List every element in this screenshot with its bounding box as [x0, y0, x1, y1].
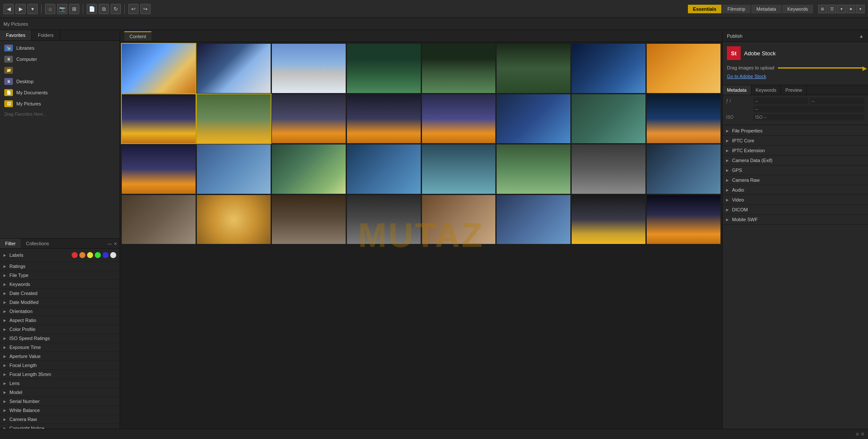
undo-btn[interactable]: ↩	[128, 4, 139, 14]
list-view-btn[interactable]: ☰	[828, 5, 836, 13]
filter-minimize-btn[interactable]: —	[108, 241, 112, 246]
photo-thumb-29[interactable]	[422, 195, 496, 244]
filter-group-date-created[interactable]: ▶ Date Created	[0, 289, 120, 298]
bottom-icon-1[interactable]: ⊕	[856, 432, 859, 436]
forward-btn[interactable]: ▶	[15, 4, 26, 14]
photo-thumb-20[interactable]	[347, 144, 421, 194]
fav-unnamed[interactable]: 📁	[0, 65, 120, 76]
filter-group-exposure-time[interactable]: ▶ Exposure Time	[0, 343, 120, 352]
doc-btn[interactable]: 📄	[87, 4, 97, 14]
photo-thumb-22[interactable]	[497, 144, 570, 194]
filter-group-labels[interactable]: ▶ Labels	[0, 249, 120, 262]
filter-group-iso-speed-ratings[interactable]: ▶ ISO Speed Ratings	[0, 334, 120, 343]
detail-view-btn[interactable]: ▾	[837, 5, 846, 13]
filter-group-orientation[interactable]: ▶ Orientation	[0, 307, 120, 316]
fav-my-pictures[interactable]: 🖼 My Pictures	[0, 98, 120, 109]
filter-group-white-balance[interactable]: ▶ White Balance	[0, 406, 120, 415]
go-to-stock-link[interactable]: Go to Adobe Stock	[727, 72, 864, 81]
filter-close-btn[interactable]: ✕	[114, 241, 117, 246]
filter-group-camera-raw[interactable]: ▶ Camera Raw	[0, 415, 120, 424]
meta-acc-video[interactable]: ▶ Video	[723, 195, 868, 205]
meta-acc-camera-data-exif[interactable]: ▶ Camera Data (Exif)	[723, 156, 868, 165]
photo-thumb-23[interactable]	[572, 144, 645, 194]
tab-metadata[interactable]: Metadata	[751, 5, 781, 13]
meta-acc-gps[interactable]: ▶ GPS	[723, 165, 868, 175]
meta-tab-keywords[interactable]: Keywords	[751, 85, 781, 95]
publish-collapse-btn[interactable]: ▲	[859, 33, 864, 39]
photo-thumb-9[interactable]	[122, 94, 196, 144]
filter-group-aperture-value[interactable]: ▶ Aperture Value	[0, 352, 120, 361]
fav-computer[interactable]: 🖥 Computer	[0, 54, 120, 65]
label-dot-blue[interactable]	[102, 252, 108, 258]
photo-thumb-14[interactable]	[497, 94, 570, 144]
label-dot-yellow[interactable]	[87, 252, 93, 258]
label-dot-orange[interactable]	[79, 252, 85, 258]
star-btn[interactable]: ★	[847, 5, 855, 13]
home-btn[interactable]: ⌂	[45, 4, 55, 14]
photo-thumb-15[interactable]	[572, 94, 645, 144]
down-btn[interactable]: ▾	[27, 4, 38, 14]
photo-thumb-1[interactable]	[122, 44, 196, 93]
rotate-btn[interactable]: ↻	[111, 4, 121, 14]
photo-thumb-3[interactable]	[272, 44, 346, 93]
photo-thumb-27[interactable]	[272, 195, 346, 244]
filter-group-serial-number[interactable]: ▶ Serial Number	[0, 397, 120, 406]
meta-acc-iptc-core[interactable]: ▶ IPTC Core	[723, 136, 868, 146]
label-dot-green[interactable]	[95, 252, 101, 258]
meta-acc-camera-raw[interactable]: ▶ Camera Raw	[723, 175, 868, 185]
photo-thumb-31[interactable]	[572, 195, 645, 244]
photo-thumb-4[interactable]	[347, 44, 421, 93]
photo-thumb-21[interactable]	[422, 144, 496, 194]
menu-btn[interactable]: ▾	[856, 5, 865, 13]
fav-desktop[interactable]: 🖥 Desktop	[0, 76, 120, 87]
filter-group-focal-length[interactable]: ▶ Focal Length	[0, 361, 120, 370]
photo-thumb-6[interactable]	[497, 44, 570, 93]
photo-thumb-11[interactable]	[272, 94, 346, 144]
meta-tab-metadata[interactable]: Metadata	[723, 85, 751, 95]
filter-tab-filter[interactable]: Filter	[0, 239, 21, 248]
content-tab-item[interactable]: Content	[124, 31, 151, 41]
filter-group-copyright-notice[interactable]: ▶ Copyright Notice	[0, 424, 120, 429]
back-btn[interactable]: ◀	[3, 4, 14, 14]
photo-thumb-12[interactable]	[347, 94, 421, 144]
lock-btn[interactable]: ⊞	[69, 4, 79, 14]
tab-filmstrip[interactable]: Filmstrip	[722, 5, 750, 13]
tab-keywords[interactable]: Keywords	[782, 5, 813, 13]
meta-acc-file-properties[interactable]: ▶ File Properties	[723, 126, 868, 136]
camera-btn[interactable]: 📷	[57, 4, 67, 14]
photo-thumb-17[interactable]	[122, 144, 196, 194]
photo-thumb-8[interactable]	[647, 44, 720, 93]
photo-thumb-16[interactable]	[647, 94, 720, 144]
meta-tab-preview[interactable]: Preview	[781, 85, 807, 95]
meta-acc-mobile-swf[interactable]: ▶ Mobile SWF	[723, 215, 868, 225]
photo-thumb-19[interactable]	[272, 144, 346, 194]
photo-thumb-28[interactable]	[347, 195, 421, 244]
photo-thumb-18[interactable]	[197, 144, 271, 194]
photo-thumb-26[interactable]	[197, 195, 271, 244]
fav-my-documents[interactable]: 📄 My Documents	[0, 87, 120, 98]
meta-acc-dicom[interactable]: ▶ DICOM	[723, 205, 868, 215]
photo-thumb-30[interactable]	[497, 195, 570, 244]
filter-group-file-type[interactable]: ▶ File Type	[0, 271, 120, 280]
filter-group-color-profile[interactable]: ▶ Color Profile	[0, 325, 120, 334]
photo-thumb-13[interactable]	[422, 94, 496, 144]
photo-thumb-5[interactable]	[422, 44, 496, 93]
bottom-icon-2[interactable]: ⚙	[861, 432, 865, 436]
filter-tab-collections[interactable]: Collections	[21, 239, 54, 248]
photo-thumb-2[interactable]	[197, 44, 271, 93]
tab-folders[interactable]: Folders	[32, 30, 60, 40]
filter-group-focal-length-35mm[interactable]: ▶ Focal Length 35mm	[0, 370, 120, 379]
tab-essentials[interactable]: Essentials	[688, 5, 721, 13]
copy-btn[interactable]: ⧉	[99, 4, 109, 14]
photo-thumb-24[interactable]	[647, 144, 720, 194]
fav-libraries[interactable]: 📚 Libraries	[0, 42, 120, 54]
meta-acc-audio[interactable]: ▶ Audio	[723, 185, 868, 195]
meta-acc-iptc-extension[interactable]: ▶ IPTC Extension	[723, 146, 868, 156]
tab-favorites[interactable]: Favorites	[0, 30, 32, 40]
photo-thumb-10[interactable]	[197, 94, 271, 144]
photo-thumb-7[interactable]	[572, 44, 645, 93]
grid-view-btn[interactable]: ⊞	[818, 5, 827, 13]
filter-group-model[interactable]: ▶ Model	[0, 388, 120, 397]
filter-group-lens[interactable]: ▶ Lens	[0, 379, 120, 388]
photo-grid-container[interactable]: MUTAZ	[120, 42, 722, 429]
